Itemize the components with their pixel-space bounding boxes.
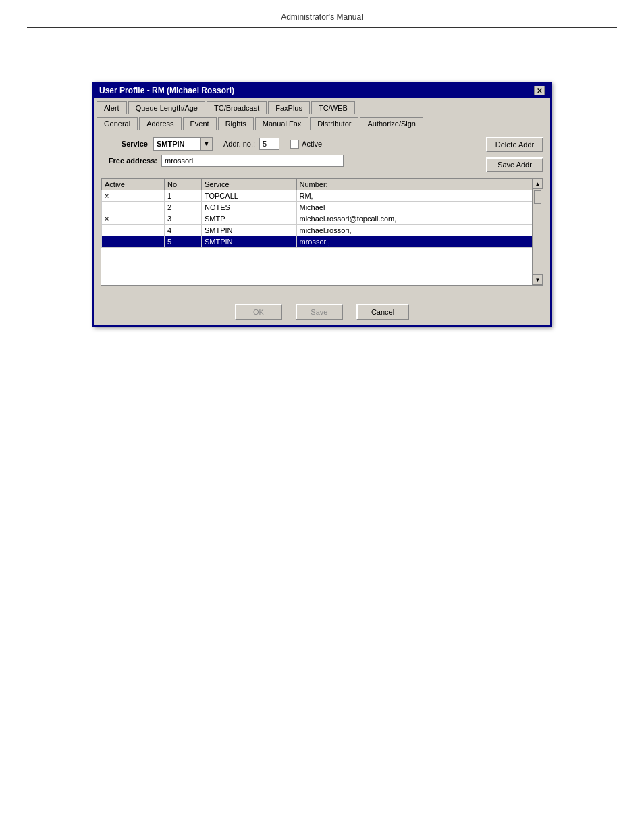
cell-active	[102, 202, 165, 213]
dialog-window: User Profile - RM (Michael Rossori) ✕ Al…	[92, 82, 552, 327]
cell-service: SMTPIN	[201, 225, 296, 236]
cell-service: SMTPIN	[201, 236, 296, 248]
cell-no: 5	[164, 236, 201, 248]
dialog-titlebar: User Profile - RM (Michael Rossori) ✕	[94, 83, 550, 98]
cell-active	[102, 225, 165, 236]
dialog-title: User Profile - RM (Michael Rossori)	[99, 86, 234, 95]
tab-event[interactable]: Event	[183, 117, 217, 130]
active-label: Active	[302, 140, 322, 148]
tabs-row-1: Alert Queue Length/Age TC/Broadcast FaxP…	[94, 98, 550, 114]
service-input[interactable]	[153, 137, 200, 151]
cell-service: TOPCALL	[201, 190, 296, 202]
table-row[interactable]: 4SMTPINmichael.rossori,	[102, 225, 543, 236]
dialog-body: Service ▼ Addr. no.: Active	[94, 130, 550, 298]
cell-active	[102, 236, 165, 248]
delete-addr-button[interactable]: Delete Addr	[486, 137, 543, 152]
cell-service: SMTP	[201, 213, 296, 225]
service-row: Service ▼ Addr. no.: Active	[101, 137, 482, 151]
tab-queue-length-age[interactable]: Queue Length/Age	[128, 101, 205, 114]
tab-faxplus[interactable]: FaxPlus	[268, 101, 310, 114]
address-side-buttons: Delete Addr Save Addr	[486, 137, 543, 175]
ok-button[interactable]: OK	[235, 304, 282, 320]
table-header-row: Active No Service Number:	[102, 179, 543, 190]
tab-manual-fax[interactable]: Manual Fax	[255, 117, 308, 130]
active-checkbox[interactable]	[290, 140, 299, 149]
address-fields-area: Service ▼ Addr. no.: Active	[101, 137, 543, 175]
cell-no: 1	[164, 190, 201, 202]
cell-service: NOTES	[201, 202, 296, 213]
col-number: Number:	[296, 179, 543, 190]
tab-address[interactable]: Address	[139, 117, 181, 130]
free-addr-input[interactable]	[161, 155, 344, 167]
save-button[interactable]: Save	[296, 304, 343, 320]
address-table: Active No Service Number: ×1TOPCALLRM,2N…	[101, 178, 543, 248]
cell-number: Michael	[296, 202, 543, 213]
free-addr-label: Free address:	[101, 157, 157, 165]
addr-no-input[interactable]	[259, 138, 279, 150]
address-table-container: Active No Service Number: ×1TOPCALLRM,2N…	[101, 178, 543, 286]
service-label: Service	[101, 140, 148, 148]
scrollbar-thumb[interactable]	[534, 190, 541, 204]
tab-alert[interactable]: Alert	[97, 101, 127, 114]
vertical-scrollbar[interactable]: ▲ ▼	[532, 178, 543, 285]
cell-no: 3	[164, 213, 201, 225]
tab-rights[interactable]: Rights	[218, 117, 254, 130]
tab-authorize-sign[interactable]: Authorize/Sign	[360, 117, 423, 130]
col-service: Service	[201, 179, 296, 190]
tabs-row-2: General Address Event Rights Manual Fax …	[94, 113, 550, 130]
tab-general[interactable]: General	[97, 117, 138, 130]
service-combo: ▼	[153, 137, 213, 151]
service-dropdown-button[interactable]: ▼	[200, 137, 213, 151]
cell-number: RM,	[296, 190, 543, 202]
dialog-close-button[interactable]: ✕	[534, 86, 545, 95]
col-no: No	[164, 179, 201, 190]
cancel-button[interactable]: Cancel	[356, 304, 409, 320]
table-row[interactable]: ×3SMTPmichael.rossori@topcall.com,	[102, 213, 543, 225]
cell-no: 2	[164, 202, 201, 213]
address-fields-left: Service ▼ Addr. no.: Active	[101, 137, 482, 172]
col-active: Active	[102, 179, 165, 190]
tab-tc-web[interactable]: TC/WEB	[311, 101, 355, 114]
cell-active: ×	[102, 213, 165, 225]
header-title: Administrator's Manual	[281, 12, 363, 22]
cell-number: michael.rossori@topcall.com,	[296, 213, 543, 225]
table-row[interactable]: ×1TOPCALLRM,	[102, 190, 543, 202]
cell-no: 4	[164, 225, 201, 236]
active-checkbox-area: Active	[290, 140, 322, 149]
save-addr-button[interactable]: Save Addr	[486, 157, 543, 172]
cell-active: ×	[102, 190, 165, 202]
page-header: Administrator's Manual	[27, 0, 617, 28]
page-footer	[27, 816, 617, 820]
free-address-row: Free address:	[101, 155, 482, 167]
table-row[interactable]: 5SMTPINmrossori,	[102, 236, 543, 248]
cell-number: mrossori,	[296, 236, 543, 248]
tab-distributor[interactable]: Distributor	[310, 117, 358, 130]
addr-no-label: Addr. no.:	[223, 140, 255, 148]
table-row[interactable]: 2NOTESMichael	[102, 202, 543, 213]
tab-tc-broadcast[interactable]: TC/Broadcast	[207, 101, 267, 114]
dialog-footer: OK Save Cancel	[94, 298, 550, 325]
cell-number: michael.rossori,	[296, 225, 543, 236]
